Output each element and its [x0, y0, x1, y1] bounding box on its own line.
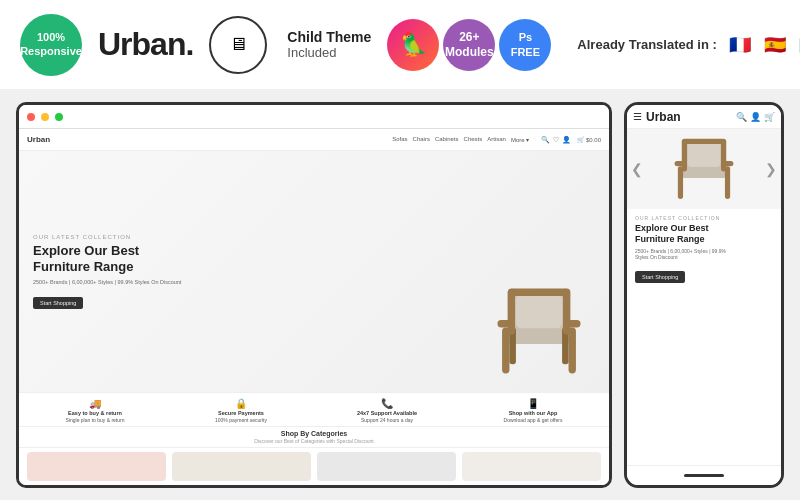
mobile-collection-label: OUR LATEST COLLECTION [635, 215, 773, 221]
mockup-navbar: Urban Sofas Chairs Cabinets Chests Artis… [19, 129, 609, 151]
svg-rect-7 [569, 327, 576, 373]
category-thumb-3 [317, 452, 456, 481]
svg-rect-19 [678, 166, 683, 199]
svg-rect-16 [688, 142, 721, 166]
categories-title: Shop By Categories [19, 426, 609, 438]
svg-rect-23 [721, 138, 726, 171]
mobile-logo: Urban [646, 110, 681, 124]
mockup-nav-icons: 🔍 ♡ 👤 [541, 136, 571, 144]
wishlist-icon: ♡ [553, 136, 559, 144]
prev-arrow[interactable]: ❮ [631, 161, 643, 177]
svg-rect-21 [683, 138, 725, 143]
svg-rect-22 [682, 138, 687, 171]
mobile-hero: ❮ ❯ [627, 129, 781, 209]
next-arrow[interactable]: ❯ [765, 161, 777, 177]
desktop-mockup: Urban Sofas Chairs Cabinets Chests Artis… [16, 102, 612, 488]
mobile-hero-title: Explore Our BestFurniture Range [635, 223, 773, 245]
search-icon: 🔍 [541, 136, 550, 144]
mobile-content: OUR LATEST COLLECTION Explore Our BestFu… [627, 209, 781, 465]
child-theme-badge: 🖥 [209, 16, 267, 74]
nav-cart: 🛒 $0.00 [577, 136, 601, 143]
responsive-badge: 100% Responsive [20, 14, 82, 76]
user-icon: 👤 [562, 136, 571, 144]
hero-text: OUR LATEST COLLECTION Explore Our BestFu… [33, 234, 595, 308]
feature-support: 📞 24x7 Support Available Support 24 hour… [319, 398, 455, 421]
child-theme-line1: Child Theme [287, 29, 371, 45]
dot-red [27, 113, 35, 121]
feature-delivery: 🚚 Easy to buy & return Single plan to bu… [27, 398, 163, 421]
mobile-nav-icons: 🔍 👤 🛒 [736, 112, 775, 122]
feature-app: 📱 Shop with our App Download app & get o… [465, 398, 601, 421]
mobile-chair-illustration [664, 129, 744, 209]
category-thumb-1 [27, 452, 166, 481]
hero-title: Explore Our BestFurniture Range [33, 243, 595, 274]
dot-green [55, 113, 63, 121]
mobile-start-shopping-button[interactable]: Start Shopping [635, 271, 685, 283]
category-thumb-2 [172, 452, 311, 481]
child-theme-text: Child Theme Included [287, 29, 371, 60]
child-theme-line2: Included [287, 45, 371, 60]
mobile-cart-icon[interactable]: 🛒 [764, 112, 775, 122]
mockup-hero: OUR LATEST COLLECTION Explore Our BestFu… [19, 151, 609, 392]
translated-section: Already Translated in : 🇫🇷 🇪🇸 🇮🇹 🇩🇪 🇦🇪 [577, 30, 800, 60]
app-icon: 📱 [527, 398, 539, 409]
mockup-nav-logo: Urban [27, 135, 50, 144]
mockup-nav-links: Sofas Chairs Cabinets Chests Artisan Mor… [392, 136, 529, 143]
svg-rect-20 [725, 166, 730, 199]
mobile-bottom-bar [627, 465, 781, 485]
modules-group: 🦜 26+ Modules Ps FREE [387, 19, 551, 71]
flag-es: 🇪🇸 [760, 30, 790, 60]
mobile-topbar: ☰ Urban 🔍 👤 🛒 [627, 105, 781, 129]
hero-start-shopping-button[interactable]: Start Shopping [33, 297, 83, 309]
mockup-features: 🚚 Easy to buy & return Single plan to bu… [19, 392, 609, 426]
flag-fr: 🇫🇷 [725, 30, 755, 60]
hero-subtitle: 2500+ Brands | 6,00,000+ Styles | 99.9% … [33, 279, 595, 285]
hero-collection-label: OUR LATEST COLLECTION [33, 234, 595, 240]
modules-badge: 26+ Modules [443, 19, 495, 71]
flag-it: 🇮🇹 [795, 30, 800, 60]
feature-payment: 🔒 Secure Payments 100% payment security [173, 398, 309, 421]
dot-yellow [41, 113, 49, 121]
mockup-topbar [19, 105, 609, 129]
toucan-icon: 🦜 [387, 19, 439, 71]
categories-sub: Discover our Best of Categories with Spe… [19, 438, 609, 447]
mobile-menu-icon[interactable]: ☰ [633, 111, 642, 122]
svg-rect-6 [502, 327, 509, 373]
payment-icon: 🔒 [235, 398, 247, 409]
category-thumb-4 [462, 452, 601, 481]
support-icon: 📞 [381, 398, 393, 409]
top-header: 100% Responsive Urban. 🖥 Child Theme Inc… [0, 0, 800, 90]
mobile-user-icon[interactable]: 👤 [750, 112, 761, 122]
category-row [19, 447, 609, 485]
home-indicator [684, 474, 724, 477]
translated-label: Already Translated in : [577, 37, 716, 52]
mobile-mockup: ☰ Urban 🔍 👤 🛒 ❮ [624, 102, 784, 488]
mobile-hero-subtitle: 2500+ Brands | 6,00,000+ Styles | 99.9%S… [635, 248, 773, 260]
delivery-icon: 🚚 [89, 398, 101, 409]
main-content: Urban Sofas Chairs Cabinets Chests Artis… [0, 90, 800, 500]
mobile-search-icon[interactable]: 🔍 [736, 112, 747, 122]
monitor-icon: 🖥 [229, 34, 247, 55]
brand-name: Urban. [98, 26, 193, 63]
flag-icons: 🇫🇷 🇪🇸 🇮🇹 🇩🇪 🇦🇪 [725, 30, 800, 60]
ps-badge: Ps FREE [499, 19, 551, 71]
